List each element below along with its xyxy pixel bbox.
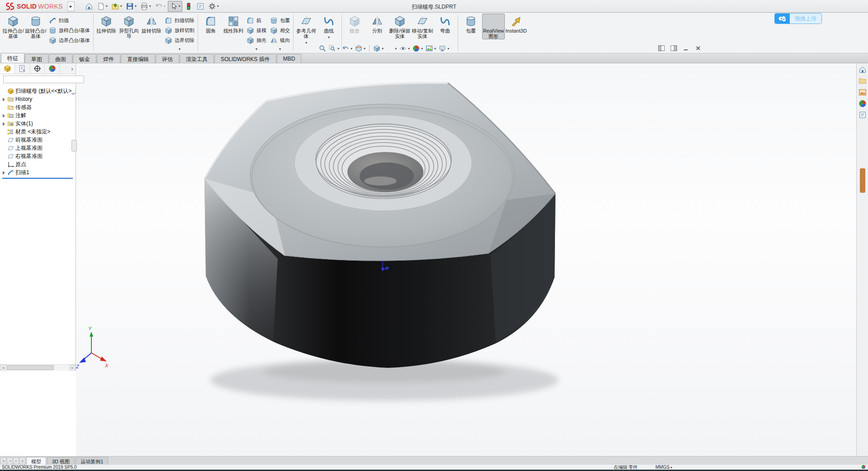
options-button[interactable] — [207, 1, 220, 12]
wrap-button[interactable]: 包覆 — [268, 15, 292, 25]
mirror-button[interactable]: 镜向 — [268, 35, 292, 45]
zoom-fit-button[interactable] — [318, 44, 327, 52]
previous-view-button[interactable] — [341, 44, 353, 52]
loft-cut-button[interactable]: 放样切割 — [163, 25, 196, 35]
propertymanager-tab[interactable] — [15, 63, 30, 74]
status-globe-icon[interactable] — [861, 465, 866, 469]
tab-surfaces[interactable]: 曲面 — [49, 54, 72, 63]
expand-arrow[interactable] — [2, 171, 6, 175]
resources-home-icon[interactable] — [859, 66, 867, 74]
extrude-boss-button[interactable]: 拉伸凸台/基体 — [2, 14, 24, 39]
prev-tab-button[interactable] — [7, 457, 13, 464]
sweep-button[interactable]: 扫描 — [47, 15, 92, 25]
model-tab[interactable]: 模型 — [26, 457, 46, 465]
pane-right-icon[interactable] — [670, 45, 677, 51]
tree-item-annotations[interactable]: 注解 — [1, 111, 76, 119]
featuremanager-tab[interactable] — [0, 63, 15, 74]
menu-flyout-button[interactable] — [67, 1, 75, 11]
tree-filter-input[interactable] — [3, 76, 84, 83]
view-palette-icon[interactable] — [859, 88, 867, 96]
tab-evaluate[interactable]: 评估 — [156, 54, 179, 63]
drag-upload-badge[interactable]: 拖拽上传 — [774, 13, 822, 24]
realview-graphics-button[interactable]: RealView 图形 — [482, 14, 505, 39]
tab-weldments[interactable]: 焊件 — [97, 54, 120, 63]
hole-wizard-button[interactable]: 异型孔向导 — [118, 14, 140, 39]
orientation-triad[interactable]: Y X Z — [76, 326, 109, 369]
rib-button[interactable]: 筋 — [245, 15, 268, 25]
new-document-button[interactable] — [95, 1, 109, 12]
tab-sketch[interactable]: 草图 — [25, 54, 48, 63]
section-view-button[interactable] — [354, 44, 366, 52]
flex-button[interactable]: 弯曲 — [434, 14, 456, 34]
minimize-document-icon[interactable] — [683, 45, 689, 51]
extrude-cut-button[interactable]: 拉伸切除 — [95, 14, 118, 34]
hex-nut-model[interactable] — [204, 82, 555, 368]
appearances-scenes-icon[interactable] — [859, 100, 867, 108]
tree-item-right-plane[interactable]: 右视基准面 — [1, 152, 76, 160]
display-style-button[interactable] — [385, 44, 398, 52]
tree-item-history[interactable]: History — [1, 95, 76, 103]
scroll-right-arrow[interactable] — [69, 365, 76, 371]
tree-item-top-plane[interactable]: 上视基准面 — [1, 144, 76, 152]
home-button[interactable] — [84, 1, 95, 12]
split-button[interactable]: 分割 — [366, 14, 389, 34]
expand-arrow[interactable] — [2, 114, 6, 118]
tab-addins[interactable]: SOLIDWORKS 插件 — [214, 54, 276, 63]
reference-geometry-button[interactable]: 参考几何体 — [295, 14, 318, 45]
configurationmanager-tab[interactable] — [30, 63, 45, 74]
curves-caret[interactable] — [328, 33, 330, 39]
selection-filter-button[interactable] — [183, 1, 194, 12]
zoom-area-button[interactable] — [328, 44, 340, 52]
close-document-icon[interactable] — [695, 45, 702, 51]
tab-sheet-metal[interactable]: 钣金 — [73, 54, 96, 63]
panel-horizontal-scrollbar[interactable] — [0, 364, 76, 371]
tree-item-sweep1[interactable]: 扫描1 — [1, 168, 76, 176]
expand-arrow[interactable] — [2, 122, 6, 126]
displaymanager-tab[interactable] — [45, 63, 60, 74]
tree-item-origin[interactable]: 原点 — [1, 160, 76, 168]
panel-splitter-grip[interactable] — [71, 140, 77, 152]
task-pane-scrollbar-thumb[interactable] — [860, 168, 865, 193]
curves-button[interactable]: 曲线 — [318, 14, 340, 39]
shell-button[interactable]: 抽壳 — [245, 35, 268, 45]
loft-boss-button[interactable]: 放样凸台/基体 — [47, 25, 92, 35]
linear-pattern-button[interactable]: 线性阵列 — [222, 14, 245, 34]
rollback-bar[interactable] — [2, 178, 73, 179]
design-library-icon[interactable] — [859, 77, 867, 85]
revolve-cut-button[interactable]: 旋转切除 — [140, 14, 163, 34]
save-button[interactable] — [124, 1, 138, 12]
move-copy-bodies-button[interactable]: 移动/复制实体 — [411, 14, 434, 39]
properties-button[interactable] — [195, 1, 206, 12]
expand-arrow[interactable] — [2, 97, 6, 101]
tab-mbd[interactable]: MBD — [277, 54, 302, 63]
next-tab-button[interactable] — [13, 457, 19, 464]
revolve-boss-button[interactable]: 旋转凸台/基体 — [24, 14, 47, 39]
graphics-area[interactable]: Y X Z — [76, 63, 856, 456]
cut-flyout-caret[interactable] — [163, 45, 196, 51]
intersect-button[interactable]: 相交 — [268, 25, 292, 35]
undo-button[interactable] — [153, 1, 167, 12]
draft-button[interactable]: 拔模 — [245, 25, 268, 35]
rib-flyout-caret[interactable] — [245, 45, 268, 51]
tree-root-part[interactable]: 扫描螺母 (默认<<默认>_显示状 — [1, 87, 76, 95]
boundary-cut-button[interactable]: 边界切除 — [163, 35, 196, 45]
wrap-display-button[interactable]: 包覆 — [460, 14, 482, 34]
hide-show-items-button[interactable] — [398, 44, 411, 52]
wrap-flyout-caret[interactable] — [268, 45, 292, 51]
pane-left-icon[interactable] — [658, 45, 665, 51]
delete-keep-bodies-button[interactable]: 删除/保留实体 — [389, 14, 411, 39]
fillet-button[interactable]: 圆角 — [199, 14, 222, 34]
tree-item-material[interactable]: 材质 <未指定> — [1, 128, 76, 136]
view-orientation-button[interactable] — [372, 44, 384, 52]
view-settings-button[interactable] — [438, 44, 450, 52]
tab-render-tools[interactable]: 渲染工具 — [180, 54, 214, 63]
tree-item-sensors[interactable]: 传感器 — [1, 103, 76, 111]
motion-study-tab[interactable]: 运动算例1 — [76, 457, 108, 465]
scroll-thumb[interactable] — [7, 365, 54, 370]
custom-properties-icon[interactable] — [859, 111, 867, 119]
tab-direct-editing[interactable]: 直接编辑 — [121, 54, 155, 63]
panel-overflow-chevron[interactable] — [60, 63, 76, 74]
tab-features[interactable]: 特征 — [1, 53, 24, 63]
sweep-cut-button[interactable]: 扫描切除 — [163, 15, 196, 25]
print-button[interactable] — [139, 1, 152, 12]
